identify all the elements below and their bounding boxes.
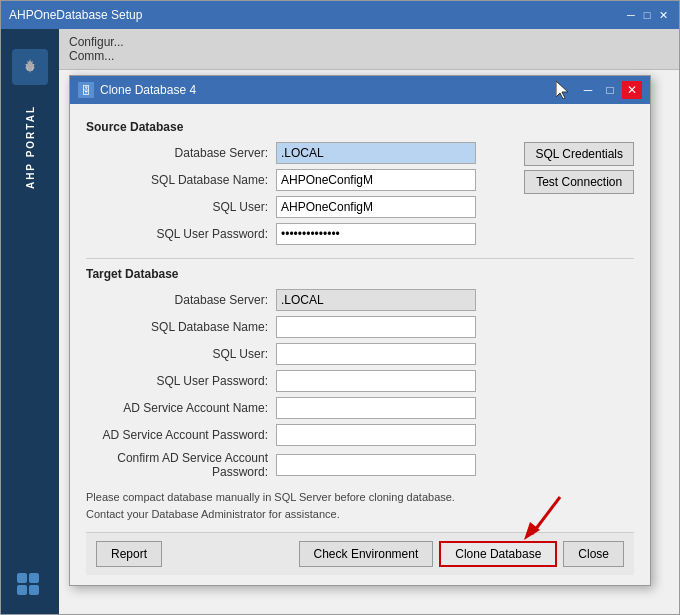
source-password-input[interactable]	[276, 223, 476, 245]
source-password-label: SQL User Password:	[86, 227, 276, 241]
outer-maximize-button[interactable]: □	[639, 7, 655, 23]
source-server-row: Database Server:	[86, 142, 516, 164]
svg-marker-5	[556, 81, 568, 99]
target-user-row: SQL User:	[86, 343, 634, 365]
target-dbname-row: SQL Database Name:	[86, 316, 634, 338]
sidebar-label: AHP PORTAL	[25, 105, 36, 189]
target-user-input[interactable]	[276, 343, 476, 365]
source-dbname-input[interactable]	[276, 169, 476, 191]
outer-window: AHPOneDatabase Setup ─ □ ✕ AHP PORTAL	[0, 0, 680, 615]
ad-account-label: AD Service Account Name:	[86, 401, 276, 415]
dialog-title: Clone Database 4	[100, 83, 556, 97]
check-environment-button[interactable]: Check Environment	[299, 541, 434, 567]
dialog-window-controls: ─ □ ✕	[578, 81, 642, 99]
confirm-ad-password-label: Confirm AD Service Account Password:	[86, 451, 276, 479]
content-area: Configur... Comm... 🗄 Clone Database 4	[59, 29, 679, 614]
test-connection-button[interactable]: Test Connection	[524, 170, 634, 194]
source-server-input[interactable]	[276, 142, 476, 164]
target-password-input[interactable]	[276, 370, 476, 392]
confirm-ad-password-input[interactable]	[276, 454, 476, 476]
target-section-label: Target Database	[86, 267, 634, 281]
clone-db-wrapper: Clone Database	[439, 541, 557, 567]
target-dbname-label: SQL Database Name:	[86, 320, 276, 334]
ad-password-row: AD Service Account Password:	[86, 424, 634, 446]
target-server-row: Database Server:	[86, 289, 634, 311]
section-divider	[86, 258, 634, 259]
ad-password-input[interactable]	[276, 424, 476, 446]
content-main: 🗄 Clone Database 4 ─ □ ✕	[59, 70, 679, 614]
clone-database-dialog: 🗄 Clone Database 4 ─ □ ✕	[69, 75, 651, 586]
source-user-label: SQL User:	[86, 200, 276, 214]
content-subtext: Comm...	[69, 49, 114, 63]
svg-rect-2	[29, 573, 39, 583]
cursor-icon	[556, 81, 570, 99]
outer-title: AHPOneDatabase Setup	[9, 8, 623, 22]
target-dbname-input[interactable]	[276, 316, 476, 338]
close-button[interactable]: Close	[563, 541, 624, 567]
source-user-input[interactable]	[276, 196, 476, 218]
source-dbname-row: SQL Database Name:	[86, 169, 516, 191]
content-header-text: Configur...	[69, 35, 124, 49]
sidebar-bottom-icon	[15, 571, 45, 601]
dialog-minimize-button[interactable]: ─	[578, 81, 598, 99]
note-text: Please compact database manually in SQL …	[86, 489, 634, 522]
svg-marker-7	[524, 522, 540, 540]
target-password-label: SQL User Password:	[86, 374, 276, 388]
source-password-row: SQL User Password:	[86, 223, 516, 245]
outer-minimize-button[interactable]: ─	[623, 7, 639, 23]
dialog-body: Source Database Database Server:	[70, 104, 650, 585]
gear-icon	[20, 57, 40, 77]
outer-titlebar: AHPOneDatabase Setup ─ □ ✕	[1, 1, 679, 29]
target-password-row: SQL User Password:	[86, 370, 634, 392]
outer-close-button[interactable]: ✕	[655, 7, 671, 23]
source-server-label: Database Server:	[86, 146, 276, 160]
source-action-buttons: SQL Credentials Test Connection	[524, 142, 634, 194]
dialog-close-button[interactable]: ✕	[622, 81, 642, 99]
source-fields-container: Database Server: SQL Database Name:	[86, 142, 516, 250]
sql-credentials-button[interactable]: SQL Credentials	[524, 142, 634, 166]
confirm-ad-password-row: Confirm AD Service Account Password:	[86, 451, 634, 479]
dialog-footer: Report Check Environment Clone Database	[86, 532, 634, 575]
sidebar: AHP PORTAL	[1, 29, 59, 614]
note-line1: Please compact database manually in SQL …	[86, 489, 634, 506]
source-user-row: SQL User:	[86, 196, 516, 218]
clone-database-button[interactable]: Clone Database	[439, 541, 557, 567]
content-header: Configur... Comm...	[59, 29, 679, 70]
svg-rect-1	[17, 573, 27, 583]
outer-body: AHP PORTAL Configur... Comm...	[1, 29, 679, 614]
dialog-icon: 🗄	[78, 82, 94, 98]
target-server-label: Database Server:	[86, 293, 276, 307]
ad-password-label: AD Service Account Password:	[86, 428, 276, 442]
note-line2: Contact your Database Administrator for …	[86, 506, 634, 523]
inner-titlebar: 🗄 Clone Database 4 ─ □ ✕	[70, 76, 650, 104]
source-dbname-label: SQL Database Name:	[86, 173, 276, 187]
ad-account-input[interactable]	[276, 397, 476, 419]
target-server-input[interactable]	[276, 289, 476, 311]
dialog-maximize-button[interactable]: □	[600, 81, 620, 99]
source-section-label: Source Database	[86, 120, 634, 134]
svg-rect-4	[29, 585, 39, 595]
ad-account-row: AD Service Account Name:	[86, 397, 634, 419]
sidebar-top-icon	[12, 49, 48, 85]
report-button[interactable]: Report	[96, 541, 162, 567]
target-user-label: SQL User:	[86, 347, 276, 361]
svg-rect-3	[17, 585, 27, 595]
